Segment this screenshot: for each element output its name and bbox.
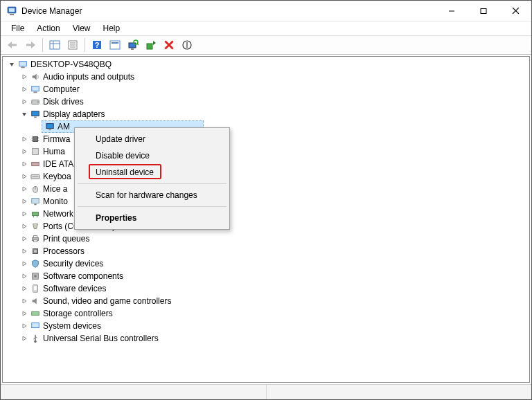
ctx-properties[interactable]: Properties bbox=[76, 210, 228, 226]
tree-node-display-adapters[interactable]: Display adapters bbox=[3, 108, 529, 120]
svg-rect-30 bbox=[32, 87, 39, 91]
window-title: Device Manager bbox=[21, 6, 82, 16]
svg-rect-9 bbox=[50, 41, 60, 49]
computer-icon bbox=[30, 84, 41, 95]
maximize-button[interactable] bbox=[468, 1, 499, 21]
collapse-icon[interactable] bbox=[7, 60, 17, 69]
tree-node-audio[interactable]: Audio inputs and outputs bbox=[3, 71, 529, 83]
tree-node-computer[interactable]: Computer bbox=[3, 83, 529, 96]
disk-icon bbox=[30, 96, 41, 107]
ctx-update-driver[interactable]: Update driver bbox=[76, 131, 228, 147]
collapse-icon[interactable] bbox=[19, 109, 29, 119]
expand-icon[interactable] bbox=[19, 234, 29, 244]
svg-line-23 bbox=[137, 44, 139, 45]
help-button[interactable]: ? bbox=[89, 37, 105, 53]
expand-icon[interactable] bbox=[19, 184, 29, 194]
expand-icon[interactable] bbox=[19, 321, 29, 331]
ctx-scan-hardware[interactable]: Scan for hardware changes bbox=[76, 187, 228, 203]
tree-node-software-components[interactable]: Software components bbox=[3, 270, 529, 282]
expand-icon[interactable] bbox=[19, 134, 29, 144]
expand-icon[interactable] bbox=[19, 172, 29, 181]
computer-icon bbox=[17, 59, 28, 70]
toolbar-separator bbox=[85, 38, 85, 52]
tree-node-storage[interactable]: Storage controllers bbox=[3, 307, 529, 320]
menu-action[interactable]: Action bbox=[30, 22, 66, 35]
display-icon bbox=[44, 121, 55, 132]
device-manager-window: Device Manager File Action View Help bbox=[0, 0, 532, 400]
svg-rect-7 bbox=[11, 44, 17, 46]
tree-node-disk[interactable]: Disk drives bbox=[3, 96, 529, 108]
ctx-separator bbox=[78, 206, 227, 207]
expand-icon[interactable] bbox=[19, 209, 29, 219]
ide-icon bbox=[30, 158, 41, 170]
tree-node-usb[interactable]: Universal Serial Bus controllers bbox=[3, 332, 529, 345]
ctx-disable-device[interactable]: Disable device bbox=[76, 147, 228, 164]
svg-rect-31 bbox=[33, 92, 37, 93]
svg-rect-43 bbox=[33, 149, 39, 155]
tree-node-security[interactable]: Security devices bbox=[3, 257, 529, 270]
properties-button-toolbar[interactable] bbox=[64, 37, 81, 53]
tree-node-label: Sound, video and game controllers bbox=[43, 296, 171, 306]
svg-rect-36 bbox=[46, 124, 54, 129]
update-driver-button-toolbar[interactable] bbox=[143, 37, 159, 53]
tree-node-label: Storage controllers bbox=[43, 309, 113, 318]
tree-node-label: Display adapters bbox=[43, 109, 105, 119]
tree-node-label: Software components bbox=[43, 271, 123, 281]
tree-node-label: Audio inputs and outputs bbox=[43, 72, 134, 82]
disable-button-toolbar[interactable] bbox=[179, 37, 195, 53]
svg-rect-58 bbox=[34, 250, 37, 253]
svg-rect-64 bbox=[32, 323, 39, 328]
forward-button[interactable] bbox=[22, 37, 39, 53]
tree-node-label: DESKTOP-VS48QBQ bbox=[30, 60, 112, 69]
scan-hardware-button[interactable] bbox=[125, 37, 141, 53]
tree-node-label: Keyboa bbox=[43, 172, 71, 181]
expand-icon[interactable] bbox=[19, 334, 29, 343]
usb-icon bbox=[30, 333, 41, 344]
menu-help[interactable]: Help bbox=[97, 22, 127, 35]
uninstall-button-toolbar[interactable] bbox=[161, 37, 177, 53]
expand-icon[interactable] bbox=[19, 147, 29, 156]
minimize-button[interactable] bbox=[436, 1, 468, 21]
expand-icon[interactable] bbox=[19, 97, 29, 107]
menu-file[interactable]: File bbox=[5, 22, 30, 35]
expand-icon[interactable] bbox=[19, 271, 29, 281]
tree-node-sound[interactable]: Sound, video and game controllers bbox=[3, 295, 529, 307]
back-button[interactable] bbox=[4, 37, 21, 53]
svg-rect-8 bbox=[26, 44, 32, 46]
menu-view[interactable]: View bbox=[66, 22, 97, 35]
svg-rect-1 bbox=[9, 8, 15, 12]
svg-rect-19 bbox=[112, 42, 118, 44]
device-tree[interactable]: DESKTOP-VS48QBQ Audio inputs and outputs… bbox=[2, 56, 530, 383]
tree-node-system[interactable]: System devices bbox=[3, 320, 529, 332]
show-hide-tree-button[interactable] bbox=[46, 37, 63, 53]
mouse-icon bbox=[30, 183, 41, 194]
expand-icon[interactable] bbox=[19, 72, 29, 82]
chip-icon bbox=[30, 134, 41, 145]
menubar: File Action View Help bbox=[1, 21, 531, 35]
ctx-uninstall-device[interactable]: Uninstall device bbox=[76, 164, 228, 181]
expand-icon[interactable] bbox=[19, 197, 29, 206]
expand-icon[interactable] bbox=[19, 296, 29, 306]
svg-rect-49 bbox=[32, 199, 39, 203]
expand-icon[interactable] bbox=[19, 309, 29, 318]
svg-rect-50 bbox=[34, 204, 37, 206]
expand-icon[interactable] bbox=[19, 159, 29, 169]
svg-rect-63 bbox=[32, 311, 39, 315]
display-icon bbox=[30, 109, 41, 120]
tree-node-print-queues[interactable]: Print queues bbox=[3, 233, 529, 245]
action-button-toolbar[interactable] bbox=[107, 37, 123, 53]
expand-icon[interactable] bbox=[19, 259, 29, 269]
tree-node-processors[interactable]: Processors bbox=[3, 245, 529, 257]
tree-node-label: Computer bbox=[43, 84, 80, 94]
close-button[interactable] bbox=[499, 1, 531, 21]
component-icon bbox=[30, 271, 41, 282]
expand-icon[interactable] bbox=[19, 246, 29, 256]
network-icon bbox=[30, 208, 41, 219]
tree-node-root[interactable]: DESKTOP-VS48QBQ bbox=[3, 58, 529, 71]
svg-rect-18 bbox=[110, 41, 120, 49]
expand-icon[interactable] bbox=[19, 84, 29, 94]
expand-icon[interactable] bbox=[19, 284, 29, 293]
tree-node-software-devices[interactable]: Software devices bbox=[3, 282, 529, 295]
tree-node-label: Huma bbox=[43, 147, 65, 156]
expand-icon[interactable] bbox=[19, 221, 29, 231]
